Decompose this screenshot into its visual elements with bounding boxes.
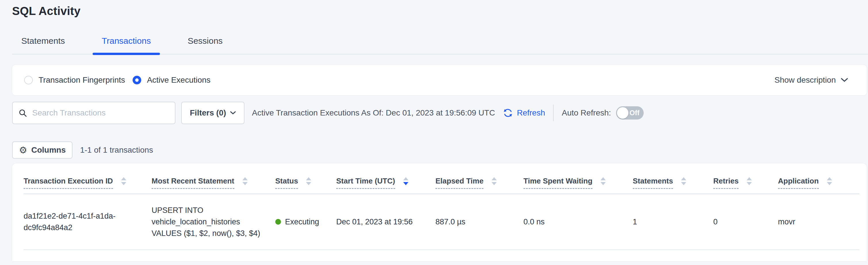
cell-status: Executing	[275, 194, 336, 250]
cell-time-spent-waiting: 0.0 ns	[523, 194, 633, 250]
result-count: 1-1 of 1 transactions	[80, 145, 153, 155]
column-header-status[interactable]: Status	[275, 163, 336, 194]
tab-sessions[interactable]: Sessions	[178, 36, 232, 54]
tab-statements[interactable]: Statements	[12, 36, 74, 54]
columns-button[interactable]: ⚙ Columns	[12, 141, 72, 159]
refresh-button[interactable]: Refresh	[502, 107, 545, 118]
radio-transaction-fingerprints[interactable]: Transaction Fingerprints	[24, 76, 125, 85]
chevron-down-icon	[230, 111, 236, 115]
cell-statements: 1	[633, 194, 713, 250]
table-toolbar: ⚙ Columns 1-1 of 1 transactions	[12, 141, 868, 159]
sort-desc-icon	[403, 177, 408, 185]
tab-bar: Statements Transactions Sessions	[12, 36, 868, 54]
radio-selected-icon	[132, 76, 141, 84]
column-header-elapsed-time[interactable]: Elapsed Time	[435, 163, 523, 194]
columns-button-label: Columns	[31, 145, 66, 155]
search-input[interactable]	[32, 108, 169, 117]
sort-icon	[827, 177, 832, 185]
status-label: Executing	[285, 216, 319, 228]
radio-transaction-fingerprints-label: Transaction Fingerprints	[38, 76, 125, 85]
chevron-down-icon	[841, 78, 848, 82]
page-title: SQL Activity	[12, 0, 868, 18]
tab-transactions-label: Transactions	[102, 36, 151, 46]
auto-refresh-label: Auto Refresh:	[562, 108, 611, 117]
refresh-icon	[502, 107, 514, 118]
column-header-retries[interactable]: Retries	[713, 163, 778, 194]
sort-icon	[747, 177, 752, 185]
tab-statements-label: Statements	[21, 36, 65, 46]
view-mode-card: Transaction Fingerprints Active Executio…	[12, 65, 867, 95]
cell-most-recent-statement: UPSERT INTO vehicle_location_histories V…	[152, 194, 275, 250]
refresh-label: Refresh	[517, 108, 545, 117]
sort-icon	[492, 177, 497, 185]
filters-button-label: Filters (0)	[190, 108, 226, 117]
sort-icon	[306, 177, 311, 185]
column-header-transaction-execution-id[interactable]: Transaction Execution ID	[24, 163, 152, 194]
column-header-statements[interactable]: Statements	[633, 163, 713, 194]
gear-icon: ⚙	[19, 145, 27, 155]
auto-refresh-toggle[interactable]: Off	[616, 106, 644, 120]
transactions-table: Transaction Execution ID Most Recent Sta…	[24, 163, 859, 250]
column-header-most-recent-statement[interactable]: Most Recent Statement	[152, 163, 275, 194]
tab-sessions-label: Sessions	[188, 36, 223, 46]
sql-activity-page: SQL Activity Statements Transactions Ses…	[0, 0, 868, 265]
sort-icon	[681, 177, 686, 185]
sort-icon	[243, 177, 248, 185]
active-tab-underline	[93, 53, 160, 55]
controls-row: Filters (0) Active Transaction Execution…	[12, 102, 868, 124]
search-icon	[19, 109, 27, 117]
cell-retries: 0	[713, 194, 778, 250]
filters-button[interactable]: Filters (0)	[181, 102, 245, 124]
transactions-table-card: Transaction Execution ID Most Recent Sta…	[12, 163, 867, 261]
toggle-knob	[617, 107, 628, 119]
toggle-state-label: Off	[629, 109, 640, 117]
column-header-start-time[interactable]: Start Time (UTC)	[336, 163, 435, 194]
column-header-time-spent-waiting[interactable]: Time Spent Waiting	[523, 163, 633, 194]
table-row: da1f21e2-de71-4c1f-a1da-dc9fc94a84a2 UPS…	[24, 194, 859, 250]
cell-transaction-execution-id[interactable]: da1f21e2-de71-4c1f-a1da-dc9fc94a84a2	[24, 194, 152, 250]
cell-elapsed-time: 887.0 µs	[435, 194, 523, 250]
table-header-row: Transaction Execution ID Most Recent Sta…	[24, 163, 859, 194]
column-header-application[interactable]: Application	[778, 163, 859, 194]
vertical-divider	[553, 105, 554, 121]
as-of-label: Active Transaction Executions As Of: Dec…	[252, 108, 495, 117]
status-executing-dot-icon	[275, 219, 281, 225]
show-description-toggle[interactable]: Show description	[775, 76, 848, 85]
tab-transactions[interactable]: Transactions	[93, 36, 160, 54]
search-input-wrapper	[12, 102, 176, 124]
cell-start-time: Dec 01, 2023 at 19:56	[336, 194, 435, 250]
radio-active-executions-label: Active Executions	[147, 76, 211, 85]
sort-icon	[600, 177, 606, 185]
show-description-label: Show description	[775, 76, 836, 85]
radio-unselected-icon	[24, 76, 33, 84]
sort-icon	[121, 177, 126, 185]
radio-active-executions[interactable]: Active Executions	[132, 76, 211, 85]
cell-application: movr	[778, 194, 859, 250]
